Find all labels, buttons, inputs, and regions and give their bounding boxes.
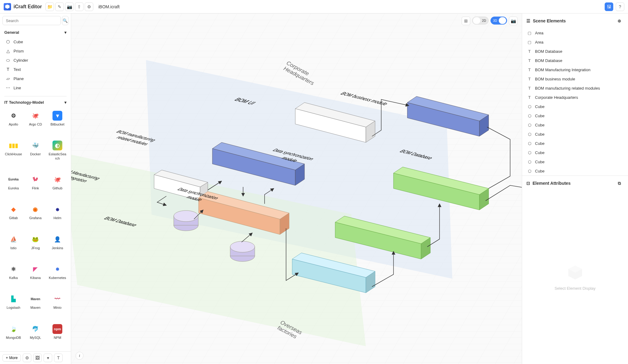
tech-item-logstash[interactable]: ▙Logstash (3, 293, 24, 319)
tech-item-argo-cd[interactable]: 🐙Argo CD (25, 110, 46, 136)
tech-item-eslasticsearch[interactable]: ◐EslasticSearch (47, 139, 68, 170)
text-icon: T (527, 95, 532, 100)
header: iCraft Editor 📁 ✎ 📷 ⇧ ⚙ iBOM.icraft 🖫 ? (0, 0, 628, 14)
tech-item-npm[interactable]: npmNPM (47, 323, 68, 349)
scene-element[interactable]: ⬡Cube (522, 139, 628, 148)
scene-element[interactable]: TBOM Database (522, 56, 628, 65)
footer-settings-button[interactable]: ⚙ (23, 354, 31, 362)
tech-item-clickhouse[interactable]: ▮▮▮ClickHouse (3, 139, 24, 170)
screenshot-button[interactable]: 📷 (65, 2, 74, 11)
text-icon: T (527, 76, 532, 81)
logstash-icon: ▙ (9, 294, 18, 304)
scene-element[interactable]: ⬡Cube (522, 102, 628, 111)
area-icon: ▢ (527, 30, 532, 35)
cube-icon: ⬡ (6, 39, 10, 44)
header-buttons: 📁 ✎ 📷 ⇧ ⚙ (45, 2, 93, 11)
settings-button[interactable]: ⚙ (85, 2, 93, 11)
scene-element[interactable]: ▢Area (522, 37, 628, 47)
general-item-cube[interactable]: ⬡Cube (4, 37, 67, 46)
footer-text-button[interactable]: T (54, 354, 63, 362)
tech-item-grafana[interactable]: ◉Grafana (25, 203, 46, 229)
tech-item-kibana[interactable]: ◤Kibana (25, 263, 46, 289)
tech-item-jfrog[interactable]: 🐸JFrog (25, 233, 46, 259)
save-button[interactable]: 🖫 (605, 2, 613, 11)
general-item-cylinder[interactable]: ⬭Cylinder (4, 56, 67, 65)
apollo-icon: ⚙ (9, 111, 18, 121)
tech-item-docker[interactable]: 🐳Docker (25, 139, 46, 170)
maven-icon: Maven (30, 294, 40, 304)
more-button[interactable]: +More (2, 354, 21, 362)
scene-element[interactable]: ⬡Cube (522, 157, 628, 166)
prism-icon: △ (6, 48, 10, 53)
area-icon: ▢ (527, 40, 532, 45)
tech-item-github[interactable]: 🐙Github (47, 173, 68, 199)
copy-attributes-button[interactable]: ⧉ (615, 179, 624, 188)
attributes-icon: ⊡ (526, 181, 530, 186)
app-logo: iCraft Editor (4, 3, 42, 10)
tech-item-mysql[interactable]: 🐬MySQL (25, 323, 46, 349)
footer-dropdown-button[interactable]: ▾ (44, 354, 52, 362)
kibana-icon: ◤ (30, 264, 40, 274)
scene-element[interactable]: ▢Area (522, 28, 628, 37)
general-section-header[interactable]: General ▾ (0, 28, 71, 37)
tech-item-bitbucket[interactable]: ▾Bitbucket (47, 110, 68, 136)
line-icon: ⋯ (6, 85, 10, 90)
tech-item-mongodb[interactable]: 🍃MongoDB (3, 323, 24, 349)
export-button[interactable]: ⇧ (75, 2, 83, 11)
tech-item-kubernetes[interactable]: ⎈Kubernetes (47, 263, 68, 289)
tech-item-eureka[interactable]: EurekaEureka (3, 173, 24, 199)
tech-section-header[interactable]: IT Technology-Model ▾ (0, 98, 71, 107)
cube-icon: ⬡ (527, 132, 532, 137)
add-element-button[interactable]: ⊕ (615, 17, 624, 25)
scene-element[interactable]: TBOM manufacturing related modules (522, 83, 628, 93)
svg-point-23 (174, 211, 198, 222)
grid-button[interactable]: ⊞ (462, 17, 470, 25)
help-button[interactable]: ? (616, 2, 624, 11)
canvas[interactable]: ⊞ 2D 3D 📷 i CorporateHeadquarters Overse… (71, 14, 522, 364)
general-item-plane[interactable]: ▱Plane (4, 74, 67, 83)
scene-element[interactable]: TBOM Database (522, 47, 628, 56)
tech-item-gitlab[interactable]: ◆Gitlab (3, 203, 24, 229)
edit-button[interactable]: ✎ (55, 2, 64, 11)
scene-element[interactable]: ⬡Cube (522, 148, 628, 157)
general-item-line[interactable]: ⋯Line (4, 83, 67, 92)
chevron-down-icon: ▾ (64, 100, 67, 105)
search-input[interactable] (2, 16, 61, 25)
empty-attributes-text: Select Element Display (555, 286, 596, 291)
app-name: iCraft Editor (14, 4, 42, 10)
github-icon: 🐙 (52, 175, 62, 184)
view-3d-toggle[interactable]: 3D (490, 17, 507, 25)
scene-element[interactable]: TBOM Manufacturing Integration (522, 65, 628, 74)
tech-item-maven[interactable]: MavenMaven (25, 293, 46, 319)
minio-icon: 〰 (52, 294, 62, 304)
text-icon: T (527, 67, 532, 72)
tech-item-istio[interactable]: ⛵Istio (3, 233, 24, 259)
tech-item-jenkins[interactable]: 👤Jenkins (47, 233, 68, 259)
gitlab-icon: ◆ (9, 204, 18, 214)
jenkins-icon: 👤 (52, 234, 62, 244)
cylinder-icon: ⬭ (6, 58, 10, 63)
scene-element[interactable]: ⬡Cube (522, 111, 628, 120)
scene-element[interactable]: TBOM business module (522, 74, 628, 83)
filename: iBOM.icraft (98, 4, 119, 9)
left-panel: 🔍 General ▾ ⬡Cube△Prism⬭CylinderTText▱Pl… (0, 14, 71, 364)
tech-item-kafka[interactable]: ⚛Kafka (3, 263, 24, 289)
cube-icon: ⬡ (527, 141, 532, 146)
search-button[interactable]: 🔍 (62, 16, 68, 25)
scene-element[interactable]: ⬡Cube (522, 130, 628, 139)
scene-element[interactable]: ⬡Cube (522, 120, 628, 130)
general-item-text[interactable]: TText (4, 65, 67, 74)
scene-element[interactable]: TCorporate Headquarters (522, 93, 628, 102)
general-item-prism[interactable]: △Prism (4, 46, 67, 56)
eureka-icon: Eureka (9, 175, 18, 184)
scene-element[interactable]: ⬡Cube (522, 166, 628, 176)
tech-item-apollo[interactable]: ⚙Apollo (3, 110, 24, 136)
tech-item-minio[interactable]: 〰Minio (47, 293, 68, 319)
footer-image-button[interactable]: 🖼 (33, 354, 42, 362)
view-2d-toggle[interactable]: 2D (472, 17, 489, 25)
open-button[interactable]: 📁 (45, 2, 54, 11)
camera-button[interactable]: 📷 (509, 17, 518, 25)
grafana-icon: ◉ (30, 204, 40, 214)
tech-item-flink[interactable]: 🐿Flink (25, 173, 46, 199)
tech-item-helm[interactable]: ⎈Helm (47, 203, 68, 229)
